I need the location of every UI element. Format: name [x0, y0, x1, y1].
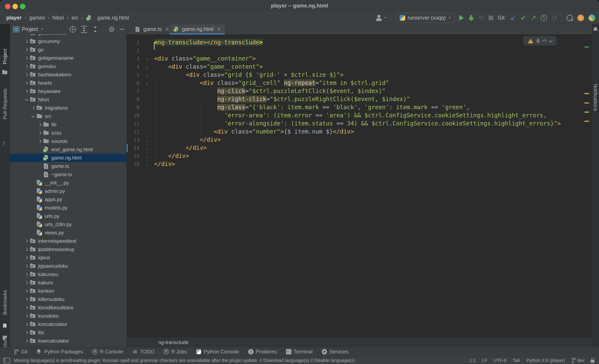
run-configuration-select[interactable]: runserver (vuqq) [396, 13, 455, 23]
code-line[interactable]: 11 'error-alongside': (item.status == 34… [127, 119, 592, 127]
chevron-right-icon[interactable] [23, 265, 30, 267]
code-line[interactable]: 7 ng-click="$ctrl.puzzleLeftClick($event… [127, 87, 592, 95]
tool-window-button-todo[interactable]: ≡TODO [132, 349, 155, 355]
tree-item[interactable]: iqtest [10, 254, 126, 262]
fold-marker-icon[interactable]: △ [140, 145, 154, 153]
run-button[interactable] [459, 15, 464, 21]
tree-item[interactable]: gokigennaname [10, 54, 126, 62]
fold-marker-icon[interactable]: △ [140, 136, 154, 145]
tree-item[interactable]: lib [10, 120, 126, 129]
tree-item[interactable]: migrations [10, 104, 126, 112]
disable-languages-link[interactable]: // Disable language(s) [310, 358, 355, 363]
code-line[interactable]: 2 [127, 46, 592, 54]
tree-item[interactable]: models.py [10, 204, 126, 212]
breadcrumb-tag[interactable]: ng-transclude [158, 339, 188, 345]
tree-item[interactable]: killersudoku [10, 295, 126, 303]
gear-icon[interactable]: ⚙ [109, 26, 115, 32]
tree-item[interactable]: lits [10, 328, 126, 337]
lock-icon[interactable] [591, 360, 594, 363]
code-line[interactable]: 14△ </div> [127, 144, 592, 152]
scrollbar-mark-warning[interactable] [584, 93, 589, 94]
hide-panel-icon[interactable] [120, 29, 124, 29]
tool-window-button-r-console[interactable]: RR Console [92, 349, 123, 355]
tree-item[interactable]: go [10, 45, 126, 54]
fold-marker-icon[interactable]: ▽ [140, 71, 154, 80]
tool-window-button-python-console[interactable]: Python Console [196, 349, 239, 355]
next-warning-icon[interactable] [548, 38, 553, 43]
tree-item[interactable]: end_game.ng.html [10, 145, 126, 154]
git-push-button[interactable]: ↗ [531, 15, 536, 21]
project-view-select[interactable]: Project [13, 26, 44, 32]
chevron-right-icon[interactable] [23, 281, 30, 284]
stop-button[interactable] [489, 16, 493, 20]
breadcrumb-item-file[interactable]: game.ng.html [97, 15, 129, 21]
tree-item[interactable]: kenken [10, 287, 126, 295]
chevron-right-icon[interactable] [23, 315, 30, 317]
chevron-right-icon[interactable] [23, 240, 30, 242]
chevron-right-icon[interactable] [23, 82, 30, 84]
indent-style[interactable]: Tab [513, 358, 520, 363]
tree-item[interactable]: ~game.ts [10, 170, 126, 179]
git-update-button[interactable]: ↙ [511, 15, 516, 21]
tab-game-ts[interactable]: game.ts ✕ [131, 24, 173, 34]
code-line[interactable]: 8 ng-right-click="$ctrl.puzzleRightClick… [127, 95, 592, 103]
chevron-right-icon[interactable] [23, 298, 30, 301]
git-branch-widget[interactable]: dev [571, 358, 584, 363]
chevron-right-icon[interactable] [23, 306, 30, 309]
tree-item[interactable]: urls_i18n.py [10, 220, 126, 229]
close-tab-icon[interactable]: ✕ [217, 27, 221, 32]
tool-stripe-notifications[interactable]: Notifications [592, 84, 599, 90]
fold-marker-icon[interactable]: ▽ [140, 55, 154, 63]
chevron-right-icon[interactable] [30, 107, 36, 109]
chevron-right-icon[interactable] [23, 331, 30, 334]
download-languages-link[interactable]: // Download language(s) [259, 358, 309, 363]
tree-item[interactable]: scss [10, 129, 126, 137]
profile-button[interactable] [375, 14, 387, 21]
chevron-right-icon[interactable] [36, 140, 43, 142]
caret-position[interactable]: 1:1 [469, 358, 476, 363]
tree-item[interactable]: klondikesolitaire [10, 303, 126, 312]
tree-item[interactable]: hashiwokakero [10, 71, 126, 79]
chevron-right-icon[interactable] [23, 273, 30, 275]
tool-window-button-r-jobs[interactable]: RR Jobs [163, 349, 187, 355]
code-line[interactable]: 4▽ <div class="game__content"> [127, 62, 592, 71]
rollback-button[interactable]: ↺ [552, 15, 557, 21]
scrollbar-mark-green[interactable] [584, 46, 589, 48]
tool-stripe-bookmarks[interactable]: Bookmarks [0, 307, 10, 313]
tool-stripe-pull-requests[interactable]: Pull Requests [0, 112, 10, 117]
tool-window-button-python-packages[interactable]: Python Packages [37, 349, 83, 355]
breadcrumb-item-project[interactable]: player [6, 15, 22, 21]
tree-item[interactable]: heyawake [10, 87, 126, 96]
code-line[interactable]: 10 'error-area': (item.error == 'area') … [127, 111, 592, 119]
chevron-right-icon[interactable] [36, 123, 43, 126]
chevron-right-icon[interactable] [23, 48, 30, 51]
git-commit-button[interactable]: ✔ [520, 15, 526, 21]
line-ending[interactable]: LF [482, 358, 487, 363]
tree-item[interactable]: internetspeedtest [10, 237, 126, 245]
chevron-right-icon[interactable] [23, 257, 30, 259]
ide-sphere-icon[interactable] [589, 15, 595, 21]
update-available-icon[interactable]: ↑ [577, 15, 584, 21]
notifications-bell-icon[interactable] [593, 27, 598, 31]
scrollbar-mark-warning[interactable] [584, 121, 589, 122]
expand-all-icon[interactable] [81, 26, 87, 33]
tree-item[interactable]: sounds [10, 137, 126, 145]
breadcrumb-item[interactable]: games [29, 15, 45, 21]
tree-item[interactable]: kurodoko [10, 312, 126, 320]
code-line[interactable]: 5▽ <div class="grid {$ 'grid-' + $ctrl.s… [127, 71, 592, 79]
tree-item[interactable]: loancalculator [10, 337, 126, 345]
chevron-right-icon[interactable] [36, 132, 43, 134]
close-tab-icon[interactable]: ✕ [165, 27, 169, 32]
profiler-button[interactable]: ↻ [478, 15, 484, 21]
code-line[interactable]: 12 <div class="number">{$ item.num $}</d… [127, 127, 592, 136]
fold-marker-icon[interactable]: △ [140, 161, 154, 169]
tool-window-button-git[interactable]: Git [13, 349, 27, 355]
tree-item[interactable]: gcdcalculator [10, 34, 126, 37]
file-encoding[interactable]: UTF-8 [493, 358, 506, 363]
scrollbar-mark-warning[interactable] [584, 102, 589, 104]
tool-window-button-problems[interactable]: !Problems [248, 349, 277, 355]
tool-stripe-project[interactable]: Project [0, 56, 10, 58]
tree-item[interactable]: hitori [10, 96, 126, 104]
code-editor[interactable]: 1<ng-transclude></ng-transclude>23▽<div … [127, 35, 592, 337]
tree-item[interactable]: jigsawsudoku [10, 262, 126, 270]
